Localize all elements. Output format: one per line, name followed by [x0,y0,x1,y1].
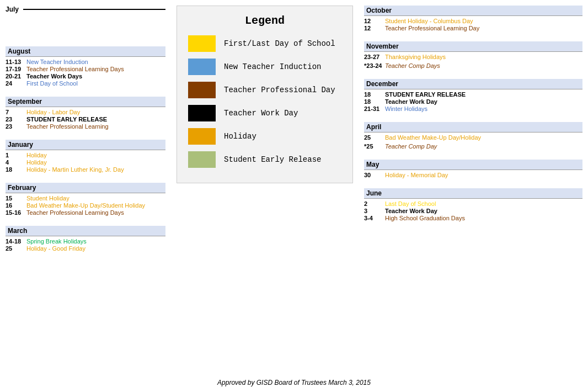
legend-item-holiday: Holiday [188,128,341,145]
work-day-label: Teacher Work Day [224,109,298,118]
month-july: July [6,6,165,13]
september-events: 7 Holiday - Labor Day 23 STUDENT EARLY R… [6,109,165,130]
legend-title: Legend [188,14,341,27]
new-teacher-swatch [188,59,216,75]
month-august: August 11-13 New Teacher Induction 17-19… [6,46,165,87]
list-item: 11-13 New Teacher Induction [6,59,165,65]
list-item: 24 First Day of School [6,80,165,87]
april-events: 25 Bad Weather Make-Up Day/Holiday *25 T… [364,134,582,150]
february-events: 15 Student Holiday 16 Bad Weather Make-U… [6,195,165,216]
month-december: December 18 STUDENT EARLY RELEASE 18 Tea… [364,79,582,112]
month-january: January 1 Holiday 4 Holiday 18 Holiday -… [6,140,165,173]
list-item: 2 Last Day of School [364,200,582,207]
list-item: 18 Holiday - Martin Luther King, Jr. Day [6,166,165,173]
list-item: 18 Teacher Work Day [364,98,582,105]
august-header: August [6,46,165,57]
december-header: December [364,79,582,89]
list-item: *25 Teacher Comp Day [364,143,582,150]
october-events: 12 Student Holiday - Columbus Day 12 Tea… [364,18,582,31]
legend-item-work-day: Teacher Work Day [188,105,341,121]
july-label: July [6,6,19,13]
list-item: 4 Holiday [6,159,165,166]
month-september: September 7 Holiday - Labor Day 23 STUDE… [6,97,165,130]
prof-day-label: Teacher Professional Day [224,86,335,94]
list-item: 1 Holiday [6,152,165,158]
holiday-swatch [188,128,216,145]
list-item: 7 Holiday - Labor Day [6,109,165,115]
list-item: 14-18 Spring Break Holidays [6,238,165,245]
student-release-swatch [188,151,216,168]
july-header-line: July [6,6,165,13]
february-header: February [6,183,165,193]
list-item: 25 Holiday - Good Friday [6,245,165,252]
month-october: October 12 Student Holiday - Columbus Da… [364,6,582,31]
april-header: April [364,122,582,133]
work-day-swatch [188,105,216,121]
january-header: January [6,140,165,150]
month-april: April 25 Bad Weather Make-Up Day/Holiday… [364,122,582,150]
list-item: 12 Student Holiday - Columbus Day [364,18,582,24]
list-item: 3 Teacher Work Day [364,208,582,214]
first-last-swatch [188,35,216,52]
november-header: November [364,41,582,52]
december-events: 18 STUDENT EARLY RELEASE 18 Teacher Work… [364,91,582,112]
left-column: July August 11-13 New Teacher Induction … [6,6,171,386]
may-events: 30 Holiday - Memorial Day [364,172,582,178]
list-item: 16 Bad Weather Make-Up Day/Student Holid… [6,202,165,209]
list-item: 17-19 Teacher Professional Learning Days [6,66,165,72]
september-header: September [6,97,165,107]
list-item: 25 Bad Weather Make-Up Day/Holiday [364,134,582,141]
list-item: 20-21 Teacher Work Days [6,73,165,80]
list-item: 18 STUDENT EARLY RELEASE [364,91,582,98]
footer-text: Approved by GISD Board of Trustees March… [217,379,371,386]
list-item: 23 Teacher Professional Learning [6,123,165,130]
center-column: Legend First/Last Day of School New Teac… [171,6,359,386]
june-events: 2 Last Day of School 3 Teacher Work Day … [364,200,582,221]
november-events: 23-27 Thanksgiving Holidays *23-24 Teach… [364,54,582,69]
holiday-label: Holiday [224,132,256,141]
list-item: 12 Teacher Professional Learning Day [364,25,582,31]
list-item: 23 STUDENT EARLY RELEASE [6,116,165,123]
legend-item-first-last: First/Last Day of School [188,35,341,52]
june-header: June [364,188,582,199]
legend-item-student-release: Student Early Release [188,151,341,168]
month-june: June 2 Last Day of School 3 Teacher Work… [364,188,582,221]
legend-item-new-teacher: New Teacher Induction [188,59,341,75]
august-events: 11-13 New Teacher Induction 17-19 Teache… [6,59,165,87]
may-header: May [364,160,582,170]
student-release-label: Student Early Release [224,155,321,164]
first-last-label: First/Last Day of School [224,39,335,48]
march-header: March [6,226,165,236]
list-item: *23-24 Teacher Comp Days [364,62,582,69]
legend: Legend First/Last Day of School New Teac… [177,6,353,183]
list-item: 3-4 High School Graduation Days [364,215,582,221]
october-header: October [364,6,582,16]
prof-day-swatch [188,82,216,98]
list-item: 15 Student Holiday [6,195,165,202]
right-column: October 12 Student Holiday - Columbus Da… [359,6,582,386]
footer: Approved by GISD Board of Trustees March… [0,379,588,386]
list-item: 15-16 Teacher Professional Learning Days [6,209,165,216]
list-item: 21-31 Winter Holidays [364,105,582,112]
page: July August 11-13 New Teacher Induction … [0,0,588,392]
july-rule [23,9,165,10]
new-teacher-label: New Teacher Induction [224,62,321,71]
month-march: March 14-18 Spring Break Holidays 25 Hol… [6,226,165,252]
march-events: 14-18 Spring Break Holidays 25 Holiday -… [6,238,165,252]
list-item: 30 Holiday - Memorial Day [364,172,582,178]
month-february: February 15 Student Holiday 16 Bad Weath… [6,183,165,216]
month-may: May 30 Holiday - Memorial Day [364,160,582,178]
list-item: 23-27 Thanksgiving Holidays [364,54,582,60]
january-events: 1 Holiday 4 Holiday 18 Holiday - Martin … [6,152,165,173]
month-november: November 23-27 Thanksgiving Holidays *23… [364,41,582,69]
legend-item-prof-day: Teacher Professional Day [188,82,341,98]
